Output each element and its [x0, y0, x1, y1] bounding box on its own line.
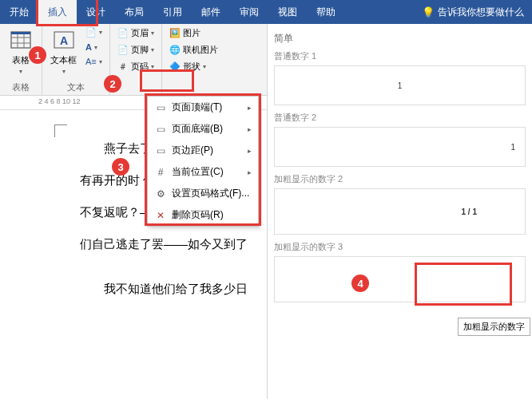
callout-3-box [147, 96, 259, 223]
tab-view[interactable]: 视图 [268, 0, 307, 24]
pagenumber-icon: #️ [117, 61, 129, 72]
gallery-item-label: 加粗显示的数字 2 [274, 173, 526, 185]
page-corner [54, 124, 67, 137]
gallery-item-plain1[interactable]: 1 [274, 65, 526, 105]
gallery-section-simple: 简单 [274, 32, 526, 45]
group-text: A 文本框 ▾ 📄▾ A▾ A≡▾ 文本 [42, 24, 110, 95]
ruler-marks: 2 4 6 8 10 12 [38, 97, 81, 105]
table-icon [8, 27, 34, 53]
gallery-item-plain2[interactable]: 1 [274, 127, 526, 167]
shapes-icon: 🔷 [169, 61, 181, 72]
online-picture-icon: 🌐 [169, 45, 181, 55]
chevron-down-icon: ▾ [62, 68, 66, 75]
gallery-tooltip: 加粗显示的数字 [458, 318, 530, 336]
gallery-item-label: 普通数字 1 [274, 50, 526, 62]
callout-1-box [38, 0, 96, 24]
pagenumber-gallery: 简单 普通数字 1 1 普通数字 2 1 加粗显示的数字 2 1 / 1 加粗显… [267, 24, 532, 399]
svg-text:A: A [59, 34, 67, 47]
group-tables-label: 表格 [5, 80, 37, 95]
tab-home[interactable]: 开始 [0, 0, 38, 24]
textbox-label: 文本框 [50, 54, 77, 66]
picture-icon: 🖼️ [169, 28, 181, 38]
table-label: 表格 [12, 54, 30, 66]
tab-mailings[interactable]: 邮件 [192, 0, 230, 24]
picture-button[interactable]: 🖼️图片 [167, 26, 220, 41]
wordart-button[interactable]: A▾ [83, 41, 105, 53]
footer-button[interactable]: 📄页脚▾ [115, 42, 157, 57]
footer-icon: 📄 [117, 45, 129, 55]
callout-4-box [417, 265, 510, 303]
chevron-down-icon: ▾ [19, 68, 22, 75]
callout-2: 2 [104, 75, 121, 93]
header-button[interactable]: 📄页眉▾ [115, 26, 157, 41]
tab-layout[interactable]: 布局 [115, 0, 153, 24]
textbox-button[interactable]: A 文本框 ▾ [47, 26, 80, 77]
gallery-item-label: 加粗显示的数字 3 [274, 241, 526, 253]
tab-references[interactable]: 引用 [153, 0, 192, 24]
svg-rect-5 [11, 32, 30, 34]
gallery-item-bold2[interactable]: 1 / 1 [274, 188, 526, 235]
dropcap-icon: A≡ [85, 57, 97, 66]
callout-1: 1 [29, 46, 46, 64]
wordart-icon: A [85, 42, 92, 52]
group-text-label: 文本 [47, 80, 105, 95]
gallery-item-label: 普通数字 2 [274, 112, 526, 124]
search-icon: 💡 [422, 6, 435, 18]
tab-help[interactable]: 帮助 [307, 0, 345, 24]
tell-me-search[interactable]: 💡 告诉我你想要做什么 [414, 6, 532, 19]
tab-review[interactable]: 审阅 [230, 0, 268, 24]
tell-me-label: 告诉我你想要做什么 [438, 6, 524, 19]
textbox-icon: A [51, 27, 77, 53]
quickparts-button[interactable]: 📄▾ [83, 26, 105, 39]
dropcap-button[interactable]: A≡▾ [83, 55, 105, 68]
callout-4: 4 [351, 275, 369, 292]
online-picture-button[interactable]: 🌐联机图片 [167, 42, 220, 57]
callout-3: 3 [112, 158, 129, 176]
parts-icon: 📄 [85, 27, 97, 38]
header-icon: 📄 [117, 28, 129, 38]
callout-2-box [142, 72, 192, 89]
